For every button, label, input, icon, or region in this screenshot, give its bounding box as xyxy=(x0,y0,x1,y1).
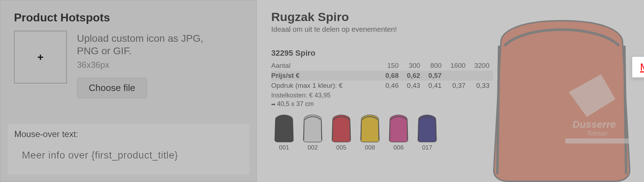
catalog-page: Dusserre Telman 007 Rugzak Spiro Ideaal … xyxy=(271,10,637,182)
variant-thumb[interactable]: 002 xyxy=(300,113,326,151)
bag-icon xyxy=(273,113,296,143)
variant-thumb[interactable]: 005 xyxy=(328,113,354,151)
variant-code: 002 xyxy=(300,144,326,151)
price-cell: 0,62 xyxy=(402,71,424,81)
price-cell xyxy=(445,71,469,81)
print-cell: 0,43 xyxy=(402,81,424,91)
price-cell: 0,57 xyxy=(424,71,445,81)
mouseover-label: Mouse-over text: xyxy=(14,129,243,139)
upload-text: Upload custom icon as JPG, PNG or GIF. 3… xyxy=(77,31,213,98)
variant-thumb[interactable]: 008 xyxy=(357,113,383,151)
bag-icon xyxy=(330,113,353,143)
bag-icon xyxy=(416,113,439,143)
qty-label: Aantal xyxy=(271,61,381,71)
variant-thumb[interactable]: 017 xyxy=(414,113,440,151)
variant-code: 006 xyxy=(386,144,411,151)
qty-col: 150 xyxy=(381,61,402,71)
pricing-table: Aantal 150 300 800 1600 3200 Prijs/st € … xyxy=(271,61,493,91)
print-cell: 0,41 xyxy=(424,81,445,91)
hotspot-link[interactable]: Meer info over Rugzak Spiro xyxy=(640,61,644,73)
variant-thumb[interactable]: 006 xyxy=(386,113,411,151)
qty-col: 1600 xyxy=(445,61,469,71)
choose-file-button[interactable]: Choose file xyxy=(77,78,147,98)
mouseover-card: Mouse-over text: xyxy=(8,124,249,175)
variant-code: 008 xyxy=(357,144,383,151)
table-row: Aantal 150 300 800 1600 3200 xyxy=(271,61,493,71)
bag-icon xyxy=(301,113,324,143)
bag-icon xyxy=(387,113,410,143)
price-label: Prijs/st € xyxy=(271,71,381,81)
svg-rect-2 xyxy=(565,138,630,143)
upload-dimensions: 36x36px xyxy=(77,60,213,70)
svg-text:Telman: Telman xyxy=(587,130,608,137)
table-row: Prijs/st € 0,68 0,62 0,57 xyxy=(271,71,493,81)
qty-col: 300 xyxy=(402,61,424,71)
hotspot-config-panel: Product Hotspots + Upload custom icon as… xyxy=(0,0,257,182)
hotspot-overlay: Meer info over Rugzak Spiro + xyxy=(625,54,644,100)
upload-description: Upload custom icon as JPG, PNG or GIF. xyxy=(77,32,213,57)
panel-title: Product Hotspots xyxy=(14,11,243,24)
variant-code: 005 xyxy=(328,144,354,151)
bag-icon xyxy=(358,113,381,143)
variant-code: 017 xyxy=(414,144,440,151)
svg-text:Dusserre: Dusserre xyxy=(572,119,616,130)
print-cell: 0,37 xyxy=(445,81,469,91)
preview-panel: Dusserre Telman 007 Rugzak Spiro Ideaal … xyxy=(257,0,644,182)
variant-code: 001 xyxy=(271,144,297,151)
qty-col: 800 xyxy=(424,61,445,71)
plus-icon: + xyxy=(36,52,45,62)
mouseover-text-input[interactable] xyxy=(14,144,243,166)
price-cell: 0,68 xyxy=(381,71,402,81)
hotspot-tooltip: Meer info over Rugzak Spiro xyxy=(632,56,644,78)
variant-thumbs: 001002005008006017 xyxy=(271,113,440,151)
print-label: Opdruk (max 1 kleur): € xyxy=(271,81,381,91)
icon-preview: + xyxy=(14,31,67,84)
table-row: Opdruk (max 1 kleur): € 0,46 0,43 0,41 0… xyxy=(271,81,493,91)
product-image: Dusserre Telman xyxy=(479,10,644,182)
upload-row: + Upload custom icon as JPG, PNG or GIF.… xyxy=(14,31,243,98)
variant-thumb[interactable]: 001 xyxy=(271,113,297,151)
print-cell: 0,46 xyxy=(381,81,402,91)
